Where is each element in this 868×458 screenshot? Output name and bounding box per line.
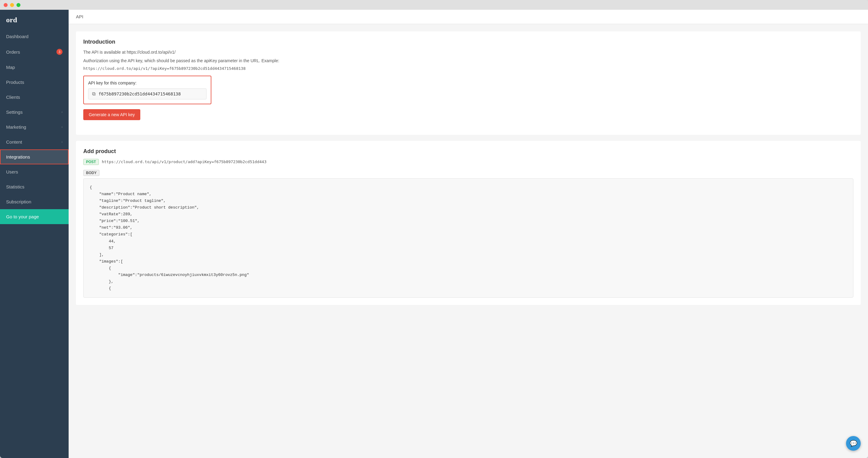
sidebar-item-label-goto: Go to your page [6, 214, 39, 219]
chat-button[interactable]: 💬 [846, 436, 861, 451]
sidebar-item-label-clients: Clients [6, 95, 20, 100]
intro-line2: Authorization using the API key, which s… [83, 57, 854, 64]
sidebar-item-label-marketing: Marketing [6, 124, 26, 130]
sidebar-item-map[interactable]: Map [0, 60, 69, 75]
sidebar-item-dashboard[interactable]: Dashboard [0, 29, 69, 44]
page-title: API [76, 14, 83, 19]
sidebar-item-integrations[interactable]: Integrations [0, 150, 69, 164]
sidebar-item-label-orders: Orders [6, 50, 20, 55]
api-key-label: API key for this company: [88, 80, 207, 86]
main-content: API Introduction The API is available at… [69, 10, 868, 458]
minimize-button[interactable] [10, 3, 14, 7]
endpoint-url: https://cloud.ord.to/api/v1/product/add?… [102, 160, 267, 164]
endpoint-row: POST https://cloud.ord.to/api/v1/product… [83, 159, 854, 165]
method-badge: POST [83, 159, 99, 165]
body-badge: BODY [83, 170, 99, 176]
maximize-button[interactable] [17, 3, 21, 7]
sidebar-item-goto[interactable]: Go to your page [0, 209, 69, 224]
logo-text: ord [6, 16, 17, 24]
api-key-value: f675b897230b2cd51dd4434715468138 [98, 92, 181, 96]
sidebar-item-label-settings: Settings [6, 109, 23, 115]
sidebar-item-label-map: Map [6, 65, 15, 70]
sidebar-item-users[interactable]: Users [0, 164, 69, 179]
intro-title: Introduction [83, 39, 854, 45]
sidebar-item-products[interactable]: Products [0, 75, 69, 90]
api-key-box: API key for this company: ⧉ f675b897230b… [83, 76, 211, 104]
chevron-icon-marketing: ‹ [62, 125, 63, 129]
sidebar-item-label-users: Users [6, 169, 18, 174]
sidebar-item-content[interactable]: Content‹ [0, 134, 69, 150]
generate-api-key-button[interactable]: Generate a new API key [83, 109, 140, 120]
nav-badge-orders: 3 [56, 49, 63, 55]
logo[interactable]: ord [0, 10, 69, 29]
api-key-field: ⧉ f675b897230b2cd51dd4434715468138 [88, 89, 207, 99]
add-product-title: Add product [83, 148, 854, 155]
intro-section: Introduction The API is available at htt… [76, 31, 861, 135]
page-header: API [69, 10, 868, 24]
sidebar-item-label-statistics: Statistics [6, 184, 24, 189]
copy-icon[interactable]: ⧉ [92, 91, 95, 97]
sidebar-item-statistics[interactable]: Statistics [0, 179, 69, 194]
sidebar-item-orders[interactable]: Orders3 [0, 44, 69, 60]
sidebar-item-label-subscription: Subscription [6, 199, 31, 204]
titlebar [0, 0, 868, 10]
sidebar-item-label-content: Content [6, 139, 22, 144]
close-button[interactable] [4, 3, 8, 7]
intro-example-url: https://cloud.ord.to/api/v1/?apiKey=f675… [83, 66, 854, 71]
sidebar-item-settings[interactable]: Settings‹ [0, 105, 69, 120]
intro-line1: The API is available at https://cloud.or… [83, 49, 854, 56]
sidebar-item-clients[interactable]: Clients [0, 90, 69, 105]
sidebar-item-label-integrations: Integrations [6, 154, 30, 160]
sidebar-item-label-products: Products [6, 79, 24, 85]
chat-icon: 💬 [850, 440, 857, 447]
sidebar-nav: DashboardOrders3MapProductsClientsSettin… [0, 29, 69, 458]
sidebar-item-marketing[interactable]: Marketing‹ [0, 120, 69, 134]
chevron-icon-settings: ‹ [62, 110, 63, 114]
code-block: { "name":"Product name", "tagline":"Prod… [83, 178, 854, 298]
add-product-section: Add product POST https://cloud.ord.to/ap… [76, 141, 861, 305]
sidebar-item-label-dashboard: Dashboard [6, 34, 28, 39]
chevron-icon-content: ‹ [62, 140, 63, 143]
sidebar: ord DashboardOrders3MapProductsClientsSe… [0, 10, 69, 458]
sidebar-item-subscription[interactable]: Subscription [0, 194, 69, 209]
